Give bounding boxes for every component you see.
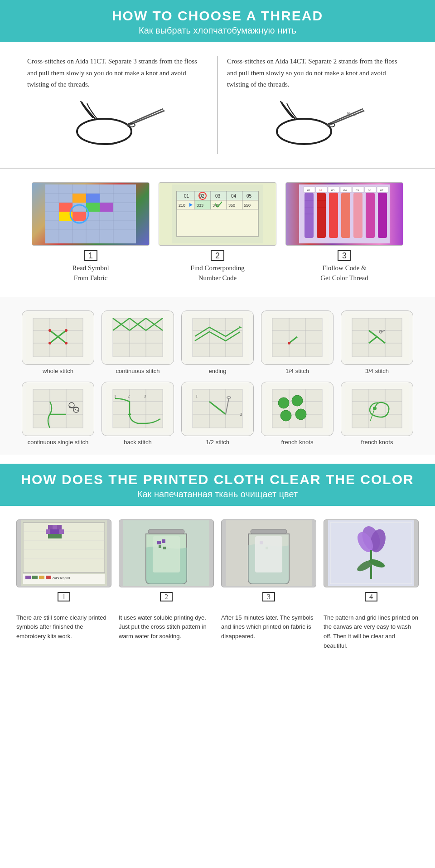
svg-rect-188 <box>46 529 50 534</box>
svg-rect-185 <box>48 525 53 529</box>
bottom-steps-row: color legend 1 <box>9 519 426 604</box>
svg-rect-189 <box>50 529 55 534</box>
step-svg-2: 01 02 03 04 05 210 333 340 350 550 <box>172 184 263 243</box>
stitch-box-4 <box>341 310 413 365</box>
thread-col-1: Cross-stitches on Aida 11CT. Separate 3 … <box>18 56 218 154</box>
header-section-2: HOW DOES THE PRINTED CLOTH CLEAR THE COL… <box>0 464 435 506</box>
header-title-en-1: HOW TO CHOOSE A THREAD <box>9 8 426 24</box>
svg-rect-21 <box>72 194 86 203</box>
svg-rect-197 <box>32 576 38 579</box>
svg-rect-198 <box>39 576 44 579</box>
svg-rect-187 <box>57 525 62 529</box>
svg-text:06: 06 <box>368 189 372 192</box>
svg-point-0 <box>77 119 131 144</box>
svg-rect-75 <box>378 193 387 238</box>
needle-illustration-1 <box>27 100 208 154</box>
svg-line-1 <box>127 109 163 125</box>
svg-text:01: 01 <box>307 189 311 192</box>
bottom-image-1: color legend <box>16 519 111 587</box>
stitch-box-1 <box>102 310 174 365</box>
stitch-item-5: continuous single stitch <box>22 382 94 446</box>
stitch-section: whole stitch <box>0 297 435 455</box>
svg-rect-209 <box>251 529 287 534</box>
step-label-1: Read SymbolFrom Fabric <box>32 263 150 283</box>
svg-rect-26 <box>100 203 113 212</box>
svg-text:05: 05 <box>246 194 252 199</box>
svg-rect-203 <box>153 536 180 572</box>
svg-rect-204 <box>157 541 161 544</box>
stitch-svg-0 <box>26 314 90 361</box>
stitch-svg-8 <box>266 385 329 432</box>
step-number-3: 3 <box>285 249 403 261</box>
svg-rect-172 <box>352 389 402 428</box>
stitch-box-5 <box>22 382 94 436</box>
svg-rect-211 <box>260 541 263 544</box>
svg-rect-210 <box>255 536 282 572</box>
step-svg-1 <box>45 184 136 243</box>
svg-point-167 <box>278 398 289 408</box>
stitch-label-1: continuous stitch <box>102 368 174 374</box>
bottom-section: color legend 1 <box>0 506 435 664</box>
step-label-2: Find CorrerpondingNumber Code <box>159 263 276 283</box>
step-item-2: 01 02 03 04 05 210 333 340 350 550 <box>159 182 276 283</box>
svg-text:02: 02 <box>199 194 205 199</box>
svg-rect-23 <box>72 212 86 221</box>
svg-line-5 <box>327 109 363 125</box>
svg-rect-69 <box>304 193 314 238</box>
header-title-ru-1: Как выбрать хлопчатобумажную нить <box>9 25 426 36</box>
stitch-label-0: whole stitch <box>22 368 94 374</box>
stitch-label-8: french knots <box>261 439 334 446</box>
svg-rect-192 <box>48 534 53 538</box>
stitch-box-2 <box>181 310 254 365</box>
svg-rect-194 <box>57 534 62 538</box>
svg-text:333: 333 <box>197 203 203 208</box>
svg-point-119 <box>288 342 290 344</box>
stitch-box-8 <box>261 382 334 436</box>
steps-section: 1 Read SymbolFrom Fabric 01 02 <box>0 169 435 297</box>
svg-text:color legend: color legend <box>53 577 70 580</box>
stitch-box-0 <box>22 310 94 365</box>
step-image-2: 01 02 03 04 05 210 333 340 350 550 <box>159 182 276 246</box>
stitch-item-8: french knots <box>261 382 334 446</box>
stitch-svg-7: 1 2 <box>186 385 249 432</box>
bottom-svg-3 <box>226 520 312 586</box>
steps-row: 1 Read SymbolFrom Fabric 01 02 <box>18 182 417 283</box>
stitch-svg-3 <box>266 314 329 361</box>
svg-text:2: 2 <box>128 394 130 398</box>
stitch-svg-6: 1 2 3 <box>106 385 169 432</box>
svg-point-90 <box>65 329 68 332</box>
bottom-desc-item-3: After 15 minutes later. The symbols and … <box>221 613 316 651</box>
bottom-step-number-3: 3 <box>221 591 316 601</box>
svg-rect-72 <box>341 193 350 238</box>
stitch-item-4: 3/4 stitch <box>341 310 413 374</box>
svg-text:2: 2 <box>240 412 242 417</box>
step-item-1: 1 Read SymbolFrom Fabric <box>32 182 150 283</box>
svg-rect-74 <box>366 193 375 238</box>
bottom-step-item-3: 3 <box>221 519 316 604</box>
stitch-item-7: 1 2 1/2 stitch <box>181 382 254 446</box>
svg-rect-206 <box>159 545 161 548</box>
svg-text:350: 350 <box>228 203 235 208</box>
svg-point-91 <box>48 342 51 344</box>
svg-text:1: 1 <box>196 394 198 398</box>
stitch-label-4: 3/4 stitch <box>341 368 413 374</box>
stitch-box-6: 1 2 3 <box>102 382 174 436</box>
svg-text:02: 02 <box>319 189 323 192</box>
svg-rect-70 <box>317 193 326 238</box>
stitch-box-3 <box>261 310 334 365</box>
svg-point-168 <box>292 395 303 406</box>
bottom-step-item-1: color legend 1 <box>16 519 111 604</box>
header-title-ru-2: Как напечатанная ткань очищает цвет <box>9 489 426 499</box>
svg-text:04: 04 <box>231 194 237 199</box>
svg-rect-207 <box>163 547 166 549</box>
needle-svg-1 <box>68 100 168 150</box>
header-section-1: HOW TO CHOOSE A THREAD Как выбрать хлопч… <box>0 0 435 42</box>
svg-point-92 <box>65 342 68 344</box>
svg-text:03: 03 <box>331 189 335 192</box>
step-image-3: 01 02 03 04 05 06 07 <box>285 182 403 246</box>
svg-rect-196 <box>25 576 31 579</box>
bottom-step-item-4: 4 <box>324 519 419 604</box>
svg-text:3: 3 <box>144 394 146 398</box>
svg-point-169 <box>280 410 291 421</box>
svg-rect-199 <box>46 576 51 579</box>
